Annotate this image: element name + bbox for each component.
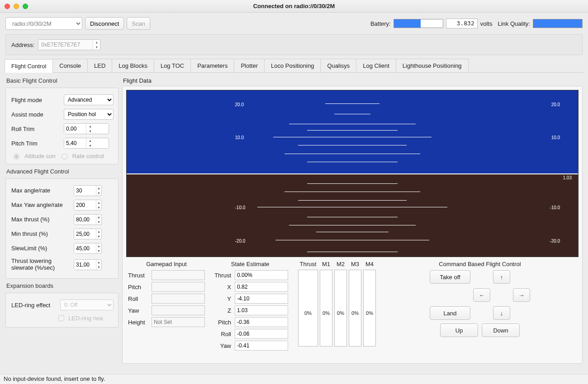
thrust-lower-input[interactable] xyxy=(74,260,96,270)
min-thrust-spinner[interactable]: ▲▼ xyxy=(74,229,102,239)
gp-yaw-input xyxy=(152,305,205,315)
max-yaw-input[interactable] xyxy=(74,200,96,210)
max-angle-spinner[interactable]: ▲▼ xyxy=(74,185,102,196)
st-pitch-label: Pitch xyxy=(212,319,233,326)
tab-flight-control[interactable]: Flight Control xyxy=(5,59,53,73)
tab-log-toc[interactable]: Log TOC xyxy=(154,59,191,72)
gp-height-label: Height xyxy=(128,319,150,326)
gp-roll-input xyxy=(152,294,205,304)
pitch-line xyxy=(289,124,416,124)
m4-value: 0% xyxy=(364,310,375,316)
assist-mode-select[interactable]: Position hol xyxy=(64,109,114,120)
pitch-line xyxy=(273,137,432,137)
gamepad-panel: Gamepad Input Thrust Pitch Roll Yaw Heig… xyxy=(128,261,205,351)
address-field[interactable]: ▲▼ xyxy=(38,39,100,50)
roll-trim-label: Roll Trim xyxy=(11,126,60,132)
spinner-arrows-icon[interactable]: ▲▼ xyxy=(93,40,100,50)
thrust-lower-label: Thrust lowering slewrate (%/sec) xyxy=(11,258,70,272)
disconnect-button[interactable]: Disconnect xyxy=(85,17,124,30)
gp-thrust-label: Thrust xyxy=(128,272,150,279)
pitch-line xyxy=(307,183,398,184)
advanced-flight-control-group: Max angle/rate▲▼ Max Yaw angle/rate▲▼ Ma… xyxy=(5,178,119,279)
connection-toolbar: radio://0/30/2M Disconnect Scan Battery:… xyxy=(0,13,588,33)
arrow-left-button[interactable]: ← xyxy=(473,288,490,302)
st-x-input xyxy=(235,282,288,292)
tab-bar: Flight Control Console LED Log Blocks Lo… xyxy=(5,59,583,73)
tab-plotter[interactable]: Plotter xyxy=(234,59,265,72)
tab-lighthouse-positioning[interactable]: Lighthouse Positioning xyxy=(396,59,469,72)
titlebar: Connected on radio://0/30/2M xyxy=(0,0,588,13)
gp-height-input xyxy=(152,317,205,327)
tab-led[interactable]: LED xyxy=(87,59,112,72)
flight-data-panel: 20.0 20.0 10.0 10.0 1.03 -10.0 -10.0 xyxy=(122,86,583,364)
takeoff-button[interactable]: Take off xyxy=(430,270,470,284)
led-ring-select[interactable]: 0: Off xyxy=(60,300,114,310)
rate-radio[interactable] xyxy=(62,154,67,159)
m4-bar: 0% xyxy=(363,270,376,347)
roll-trim-input[interactable] xyxy=(64,124,86,134)
tab-qualisys[interactable]: Qualisys xyxy=(320,59,356,72)
slew-limit-spinner[interactable]: ▲▼ xyxy=(74,243,102,254)
scan-button[interactable]: Scan xyxy=(127,17,150,30)
tab-console[interactable]: Console xyxy=(52,59,88,72)
m1-value: 0% xyxy=(320,310,332,316)
tab-log-blocks[interactable]: Log Blocks xyxy=(112,59,154,72)
pitch-trim-spinner[interactable]: ▲▼ xyxy=(64,138,109,149)
max-angle-input[interactable] xyxy=(74,186,96,196)
battery-fill xyxy=(394,19,421,28)
voltage-readout: 3.832 xyxy=(446,19,478,28)
max-yaw-spinner[interactable]: ▲▼ xyxy=(74,200,102,211)
arrow-right-button[interactable]: → xyxy=(513,288,530,302)
max-thrust-input[interactable] xyxy=(74,215,96,225)
attitude-radio[interactable] xyxy=(14,154,19,159)
tab-log-client[interactable]: Log Client xyxy=(356,59,396,72)
pitch-line xyxy=(316,232,389,232)
pitch-label-right: -20.0 xyxy=(550,239,560,244)
pitch-label-right: 10.0 xyxy=(551,135,560,140)
pitch-line xyxy=(285,192,420,192)
state-estimate-panel: State Estimate Thrust X Y Z Pitch Roll Y… xyxy=(212,261,288,351)
uri-combo[interactable]: radio://0/30/2M xyxy=(5,17,82,30)
slew-limit-input[interactable] xyxy=(74,244,96,253)
tab-parameters[interactable]: Parameters xyxy=(190,59,234,72)
command-title: Command Based Flight Control xyxy=(383,261,577,267)
volts-label: volts xyxy=(480,20,493,27)
command-panel: Command Based Flight Control Take off ↑ … xyxy=(383,261,577,351)
pitch-label-left: 20.0 xyxy=(235,102,244,107)
pitch-trim-label: Pitch Trim xyxy=(11,140,60,147)
motor-title-m1: M1 xyxy=(322,261,330,270)
up-button[interactable]: Up xyxy=(440,323,478,337)
pitch-trim-input[interactable] xyxy=(64,138,86,148)
st-roll-input xyxy=(235,329,288,339)
led-head-checkbox[interactable] xyxy=(58,315,64,321)
max-thrust-spinner[interactable]: ▲▼ xyxy=(74,214,102,225)
altitude-readout: 1.03 xyxy=(563,175,572,180)
address-input[interactable] xyxy=(38,40,93,50)
flight-mode-select[interactable]: Advanced xyxy=(64,94,114,105)
pitch-label-right: -10.0 xyxy=(550,205,560,210)
pitch-line xyxy=(334,114,370,114)
st-z-label: Z xyxy=(212,307,233,314)
gamepad-title: Gamepad Input xyxy=(128,261,205,267)
tab-loco-positioning[interactable]: Loco Positioning xyxy=(264,59,321,72)
land-button[interactable]: Land xyxy=(430,306,470,320)
assist-mode-label: Assist mode xyxy=(11,111,60,118)
min-thrust-input[interactable] xyxy=(74,229,96,239)
arrow-down-button[interactable]: ↓ xyxy=(493,306,510,320)
link-quality-bar xyxy=(533,19,583,28)
m3-value: 0% xyxy=(349,310,361,316)
down-button[interactable]: Down xyxy=(482,323,520,337)
motor-title-m3: M3 xyxy=(351,261,359,270)
address-label: Address: xyxy=(11,42,34,48)
pitch-line xyxy=(257,207,447,207)
thrust-lower-spinner[interactable]: ▲▼ xyxy=(74,259,102,270)
roll-trim-spinner[interactable]: ▲▼ xyxy=(64,123,109,134)
expansion-heading: Expansion boards xyxy=(6,282,119,289)
left-column: Basic Flight Control Flight mode Advance… xyxy=(5,76,119,364)
motor-title-m2: M2 xyxy=(337,261,345,270)
attitude-radio-label: Attitude con xyxy=(24,153,56,159)
flight-data-heading: Flight Data xyxy=(123,77,583,84)
arrow-up-button[interactable]: ↑ xyxy=(493,270,510,284)
pitch-line xyxy=(307,162,398,162)
pitch-line xyxy=(298,145,407,145)
